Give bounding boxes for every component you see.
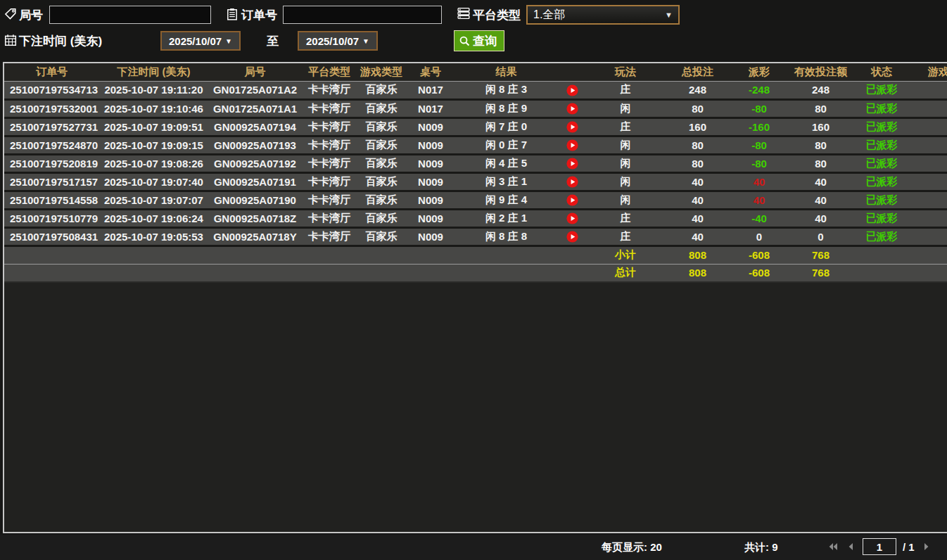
cell-status: 已派彩 [854, 99, 909, 117]
cell-bet-time: 2025-10-07 19:11:20 [99, 81, 208, 99]
round-id-input[interactable] [49, 6, 211, 24]
table-header-row: 订单号 下注时间 (美东) 局号 平台类型 游戏类型 桌号 结果 玩法 总投注 … [4, 63, 947, 81]
cell-table-no: N009 [406, 209, 455, 227]
table-row[interactable]: 251007197524870 2025-10-07 19:09:15 GN00… [4, 136, 947, 154]
cell-table-no: N017 [406, 99, 455, 117]
cell-payout: -80 [731, 99, 787, 117]
cell-order-id: 251007197508431 [4, 227, 99, 246]
cell-result: 闲 8 庄 8 [455, 227, 557, 246]
table-row[interactable]: 251007197514558 2025-10-07 19:07:07 GN00… [4, 191, 947, 209]
page-number-input[interactable] [863, 538, 896, 555]
cell-valid-bet: 248 [787, 81, 854, 99]
cell-valid-bet: 40 [787, 191, 854, 209]
cell-total-bet: 40 [664, 209, 731, 227]
cell-order-id: 251007197532001 [4, 99, 99, 117]
cell-status: 已派彩 [854, 81, 909, 99]
cell-total-bet: 80 [664, 136, 731, 154]
cell-play: 闲 [587, 191, 664, 209]
next-page-icon[interactable] [921, 541, 932, 552]
prev-page-icon[interactable] [845, 541, 856, 552]
table-row[interactable]: 251007197517157 2025-10-07 19:07:40 GN00… [4, 172, 947, 191]
cell-order-id: 251007197524870 [4, 136, 99, 154]
cell-platform: 卡卡湾厅 [302, 117, 357, 136]
cell-order-id: 251007197514558 [4, 191, 99, 209]
play-video-icon[interactable] [566, 176, 578, 188]
table-row[interactable]: 251007197527731 2025-10-07 19:09:51 GN00… [4, 117, 947, 136]
cell-round-id: GN00925A07190 [208, 191, 302, 209]
cell-game-mode: - [909, 117, 947, 136]
cell-game-type: 百家乐 [357, 191, 406, 209]
total-count-text: 共计: 9 [744, 541, 778, 554]
cell-bet-time: 2025-10-07 19:06:24 [99, 209, 208, 227]
cell-bet-time: 2025-10-07 19:10:46 [99, 99, 208, 117]
cell-video [557, 136, 587, 154]
table-row[interactable]: 251007197520819 2025-10-07 19:08:26 GN00… [4, 154, 947, 172]
cell-valid-bet: 80 [787, 99, 854, 117]
cell-video [557, 227, 587, 246]
platform-type-select[interactable]: 1.全部 ▼ [526, 5, 680, 25]
cell-platform: 卡卡湾厅 [302, 209, 357, 227]
date-to-value: 2025/10/07 [306, 35, 359, 47]
cell-total-bet: 160 [664, 117, 731, 136]
play-video-icon[interactable] [566, 194, 578, 206]
table-body: 251007197534713 2025-10-07 19:11:20 GN01… [4, 81, 947, 246]
table-row[interactable]: 251007197532001 2025-10-07 19:10:46 GN01… [4, 99, 947, 117]
cell-order-id: 251007197510779 [4, 209, 99, 227]
table-row[interactable]: 251007197534713 2025-10-07 19:11:20 GN01… [4, 81, 947, 99]
cell-order-id: 251007197527731 [4, 117, 99, 136]
cell-valid-bet: 80 [787, 136, 854, 154]
date-range-to-label: 至 [267, 33, 279, 49]
orders-table: 订单号 下注时间 (美东) 局号 平台类型 游戏类型 桌号 结果 玩法 总投注 … [4, 63, 947, 283]
date-from-picker[interactable]: 2025/10/07 ▼ [160, 31, 241, 51]
cell-status: 已派彩 [854, 117, 909, 136]
filter-bar: 局号 订单号 平台类型 1.全部 ▼ 下注时间 (美东) 2025/10/07 … [0, 0, 947, 61]
search-icon [459, 35, 471, 47]
play-video-icon[interactable] [566, 158, 578, 170]
chevron-down-icon: ▼ [362, 37, 369, 45]
play-video-icon[interactable] [566, 212, 578, 224]
table-row[interactable]: 251007197510779 2025-10-07 19:06:24 GN00… [4, 209, 947, 227]
cell-play: 闲 [587, 99, 664, 117]
grand-total-total-bet: 808 [664, 264, 731, 282]
cell-valid-bet: 40 [787, 209, 854, 227]
cell-platform: 卡卡湾厅 [302, 136, 357, 154]
order-id-input[interactable] [283, 6, 442, 24]
bet-order-query-screen: { "filters": { "round_label": "局号", "rou… [0, 0, 947, 560]
play-video-icon[interactable] [566, 231, 578, 243]
cell-game-type: 百家乐 [357, 81, 406, 99]
col-header-game-mode: 游戏模式 [909, 63, 947, 81]
orders-table-panel: 订单号 下注时间 (美东) 局号 平台类型 游戏类型 桌号 结果 玩法 总投注 … [3, 62, 947, 533]
platform-icon [457, 7, 470, 20]
cell-payout: 0 [731, 227, 787, 246]
play-video-icon[interactable] [566, 121, 578, 133]
cell-bet-time: 2025-10-07 19:09:51 [99, 117, 208, 136]
subtotal-total-bet: 808 [664, 246, 731, 264]
cell-platform: 卡卡湾厅 [302, 154, 357, 172]
cell-platform: 卡卡湾厅 [302, 227, 357, 246]
play-video-icon[interactable] [566, 103, 578, 115]
subtotal-label: 小计 [587, 246, 664, 264]
tag-icon [4, 8, 17, 20]
cell-round-id: GN00925A07192 [208, 154, 302, 172]
cell-video [557, 117, 587, 136]
cell-game-type: 百家乐 [357, 154, 406, 172]
subtotal-row: 小计 808 -608 768 [4, 246, 947, 264]
table-row[interactable]: 251007197508431 2025-10-07 19:05:53 GN00… [4, 227, 947, 246]
query-button[interactable]: 查询 [454, 30, 504, 51]
play-video-icon[interactable] [566, 139, 578, 151]
play-video-icon[interactable] [566, 84, 578, 96]
col-header-total-bet: 总投注 [664, 63, 731, 81]
cell-order-id: 251007197517157 [4, 172, 99, 191]
col-header-round-id: 局号 [208, 63, 302, 81]
cell-play: 庄 [587, 81, 664, 99]
subtotal-payout: -608 [731, 246, 787, 264]
first-page-icon[interactable] [827, 541, 839, 552]
round-id-label: 局号 [19, 7, 43, 23]
date-to-picker[interactable]: 2025/10/07 ▼ [298, 31, 378, 51]
col-header-play: 玩法 [587, 63, 664, 81]
cell-result: 闲 4 庄 5 [455, 154, 557, 172]
cell-play: 庄 [587, 227, 664, 246]
col-header-video [557, 63, 587, 81]
cell-result: 闲 8 庄 9 [455, 99, 557, 117]
cell-result: 闲 2 庄 1 [455, 209, 557, 227]
